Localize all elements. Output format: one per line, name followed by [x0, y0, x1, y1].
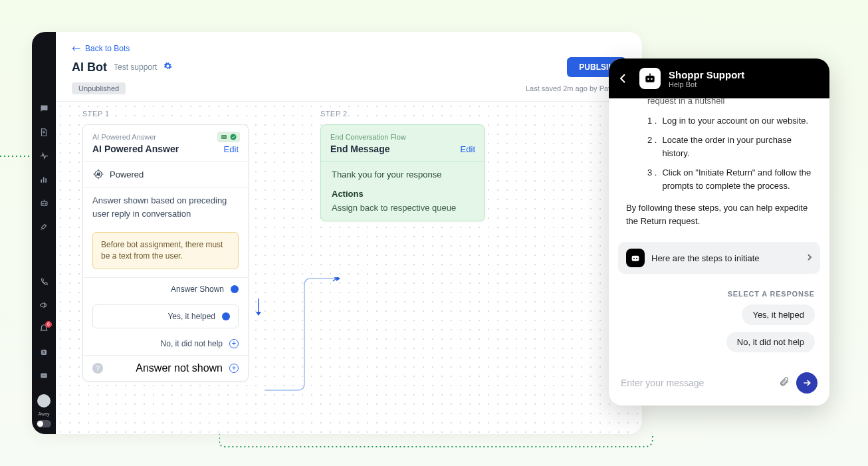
bot-editor-window: 6 h Away Back to Bots AI Bot Test suppor…: [32, 32, 642, 434]
warning-box: Before bot assignment, there must be a t…: [92, 232, 239, 269]
end-message-text: Thank you for your response: [332, 170, 474, 179]
response-option-no[interactable]: No, it did not help: [726, 332, 815, 352]
presence-toggle[interactable]: [37, 420, 51, 427]
megaphone-icon[interactable]: [39, 300, 49, 310]
svg-rect-13: [221, 135, 227, 139]
outcome-not-shown[interactable]: ? Answer not shown +: [83, 355, 248, 381]
svg-point-10: [43, 376, 43, 376]
actions-label: Actions: [332, 189, 474, 199]
edit-card-link[interactable]: Edit: [461, 144, 475, 154]
bot-title: AI Bot: [72, 60, 107, 74]
bot-avatar-small-icon: [626, 249, 645, 267]
flow-canvas[interactable]: STEP 1 AI Powered Answer AI Powered Answ…: [56, 102, 642, 434]
step-item: Log in to your account on our website.: [662, 114, 808, 128]
ai-answer-card[interactable]: AI Powered Answer AI Powered Answer Edit…: [82, 124, 249, 382]
bot-subtitle: Test support: [114, 62, 157, 72]
outcome-label: Yes, it helped: [167, 312, 215, 321]
card-description: Answer shown based on preceding user rep…: [83, 187, 248, 227]
svg-text:h: h: [43, 350, 45, 354]
chat-back-button[interactable]: [619, 73, 631, 84]
notification-badge: 6: [45, 321, 52, 328]
message-fragment: request in a nutshell: [647, 98, 817, 108]
back-link-label: Back to Bots: [85, 44, 130, 53]
chat-preview-widget: Shoppr Support Help Bot request in a nut…: [609, 58, 829, 406]
tools-icon[interactable]: [39, 221, 49, 231]
notifications-icon[interactable]: 6: [39, 324, 49, 334]
outcome-label: No, it did not help: [161, 339, 223, 348]
phone-icon[interactable]: [39, 277, 49, 287]
followup-text: By following these steps, you can help e…: [626, 201, 817, 227]
svg-rect-27: [632, 256, 639, 261]
end-message-card[interactable]: End Conversation Flow End Message Edit T…: [320, 124, 485, 221]
response-options: Yes, it helped No, it did not help: [609, 304, 829, 363]
svg-point-28: [633, 258, 635, 259]
svg-point-16: [231, 134, 237, 140]
card-type-label: End Conversation Flow: [330, 133, 475, 141]
chat-icon[interactable]: [39, 104, 49, 114]
step-item: Locate the order in your purchase histor…: [662, 134, 817, 160]
help-icon[interactable]: h: [39, 347, 49, 357]
pill-text: Here are the steps to initiate: [651, 253, 800, 263]
chat-messages: request in a nutshell 1 .Log in to your …: [609, 98, 829, 237]
step-2-label: STEP 2: [320, 110, 485, 118]
pulse-icon[interactable]: [39, 151, 49, 161]
editor-header: Back to Bots AI Bot Test support PUBLSIH…: [56, 32, 642, 102]
chat-input-row: [609, 363, 829, 406]
bot-avatar-icon: [639, 68, 661, 89]
ai-badge-icon: [217, 132, 240, 142]
select-response-label: SELECT A RESPONSE: [609, 274, 829, 304]
bot-status-badge: Unpublished: [72, 82, 126, 94]
bot-icon[interactable]: [39, 198, 49, 208]
arrow-down-icon: [255, 298, 262, 318]
settings-gear-icon[interactable]: [163, 62, 172, 72]
help-tooltip-icon[interactable]: ?: [92, 363, 103, 374]
svg-rect-3: [45, 178, 47, 182]
attachment-icon[interactable]: [779, 376, 790, 390]
outcome-no-help[interactable]: No, it did not help +: [83, 332, 248, 355]
svg-point-12: [45, 376, 45, 376]
svg-text:AI: AI: [97, 172, 100, 176]
steps-summary-pill[interactable]: Here are the steps to initiate: [618, 242, 820, 274]
card-title: AI Powered Answer: [92, 144, 179, 154]
action-item: Assign back to respective queue: [332, 203, 474, 213]
powered-label: Powered: [110, 170, 144, 179]
card-type-label: AI Powered Answer: [92, 133, 239, 141]
svg-point-15: [225, 136, 226, 138]
svg-rect-2: [43, 177, 45, 183]
chat-message-input[interactable]: [621, 378, 772, 388]
add-branch-icon[interactable]: +: [229, 364, 239, 373]
connector-dot-icon[interactable]: [222, 312, 230, 320]
editor-main: Back to Bots AI Bot Test support PUBLSIH…: [56, 32, 642, 434]
svg-rect-26: [649, 74, 651, 76]
svg-point-5: [43, 203, 43, 204]
outcome-label: Answer Shown: [171, 285, 224, 294]
steps-list: 1 .Log in to your account on our website…: [647, 114, 817, 193]
send-button[interactable]: [796, 372, 817, 394]
outcome-yes-helped[interactable]: Yes, it helped: [92, 304, 239, 328]
user-avatar[interactable]: [37, 394, 51, 408]
svg-point-11: [43, 376, 44, 376]
outcome-answer-shown[interactable]: Answer Shown: [83, 278, 248, 300]
svg-point-14: [223, 136, 224, 138]
card-title: End Message: [330, 144, 389, 154]
presence-label: Away: [39, 411, 50, 416]
chat-title: Shoppr Support: [669, 69, 744, 80]
messages-icon[interactable]: [39, 371, 49, 381]
response-option-yes[interactable]: Yes, it helped: [742, 304, 815, 325]
svg-rect-1: [41, 179, 42, 183]
svg-point-6: [45, 203, 45, 204]
svg-marker-22: [256, 312, 261, 316]
chat-header: Shoppr Support Help Bot: [609, 58, 829, 98]
analytics-icon[interactable]: [39, 174, 49, 184]
svg-point-24: [647, 78, 649, 80]
connector-dot-icon[interactable]: [231, 285, 239, 293]
ai-sparkle-icon: AI: [92, 168, 104, 180]
outcome-label: Answer not shown: [136, 362, 223, 374]
add-branch-icon[interactable]: +: [229, 339, 239, 348]
back-to-bots-link[interactable]: Back to Bots: [72, 44, 130, 53]
svg-point-29: [636, 258, 637, 259]
edit-card-link[interactable]: Edit: [224, 144, 239, 154]
document-icon[interactable]: [39, 127, 49, 137]
svg-point-25: [651, 78, 653, 80]
chevron-right-icon: [807, 252, 812, 264]
